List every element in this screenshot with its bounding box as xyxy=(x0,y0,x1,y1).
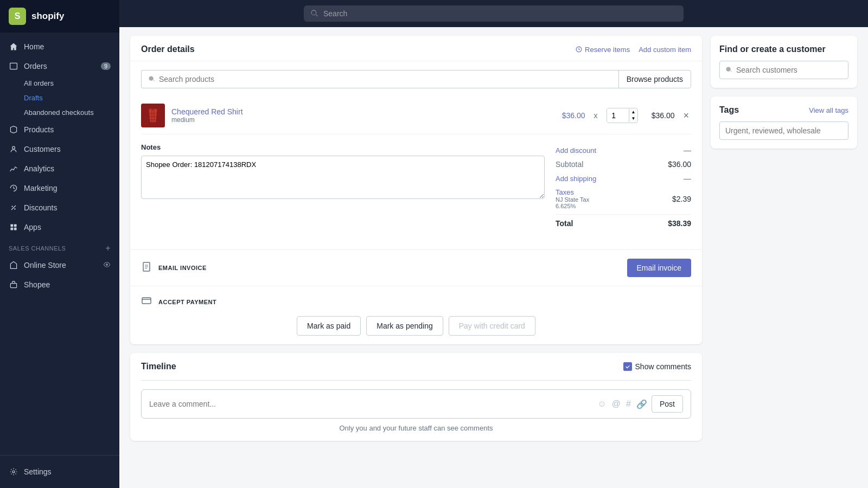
notes-label: Notes xyxy=(141,143,545,151)
sidebar-bottom: Settings xyxy=(0,455,119,488)
add-shipping-link[interactable]: Add shipping xyxy=(556,175,596,183)
taxes-link[interactable]: Taxes xyxy=(556,188,589,196)
marketing-icon xyxy=(9,183,18,193)
sidebar-item-shopee[interactable]: Shopee xyxy=(0,275,119,294)
post-comment-button[interactable]: Post xyxy=(652,395,683,413)
attachment-icon[interactable]: 🔗 xyxy=(636,399,647,409)
product-image xyxy=(141,104,165,127)
customer-search-input[interactable] xyxy=(736,66,843,74)
show-comments-checkbox[interactable] xyxy=(623,362,632,371)
analytics-icon xyxy=(9,164,18,174)
orders-icon xyxy=(9,61,18,71)
mention-icon[interactable]: @ xyxy=(612,399,621,409)
show-comments-toggle[interactable]: Show comments xyxy=(623,362,691,371)
product-info: Chequered Red Shirt medium xyxy=(171,107,556,124)
orders-label: Orders xyxy=(24,62,47,70)
svg-point-2 xyxy=(11,206,12,207)
subtotal-row: Subtotal $36.00 xyxy=(556,157,691,171)
total-label: Total xyxy=(556,219,573,228)
notes-textarea[interactable]: Shopee Order: 181207174138RDX xyxy=(141,156,545,199)
emoji-icon[interactable]: ☺ xyxy=(597,399,606,409)
settings-icon xyxy=(9,467,18,477)
pay-with-credit-card-button[interactable]: Pay with credit card xyxy=(449,316,535,336)
hashtag-icon[interactable]: # xyxy=(626,399,631,409)
sidebar-item-settings[interactable]: Settings xyxy=(0,462,119,481)
online-store-label: Online Store xyxy=(24,261,66,269)
invoice-icon xyxy=(141,261,152,275)
topbar xyxy=(119,0,868,27)
sidebar-item-apps[interactable]: Apps xyxy=(0,217,119,237)
add-channel-icon[interactable]: + xyxy=(105,243,111,253)
total-row: Total $38.39 xyxy=(556,214,691,232)
svg-rect-4 xyxy=(10,224,13,227)
email-invoice-button[interactable]: Email invoice xyxy=(627,259,691,277)
sidebar-item-discounts[interactable]: Discounts xyxy=(0,198,119,217)
tax-name: NJ State Tax xyxy=(556,196,589,203)
mark-as-paid-button[interactable]: Mark as paid xyxy=(297,316,361,336)
order-details-card: Order details Reserve items Add custom i… xyxy=(130,36,702,344)
products-label: Products xyxy=(24,125,54,134)
sidebar-item-orders[interactable]: Orders 9 xyxy=(0,56,119,76)
total-value: $38.39 xyxy=(668,219,691,228)
view-all-tags-link[interactable]: View all tags xyxy=(809,106,848,114)
comment-box: ☺ @ # 🔗 Post xyxy=(141,389,691,419)
add-discount-link[interactable]: Add discount xyxy=(556,146,596,155)
online-store-view-icon[interactable] xyxy=(103,261,111,270)
timeline-title: Timeline xyxy=(141,362,176,371)
sidebar-item-online-store[interactable]: Online Store xyxy=(0,255,119,275)
card-icon xyxy=(141,295,152,306)
sidebar-sub-drafts[interactable]: Drafts xyxy=(0,91,119,105)
main-wrapper: Order details Reserve items Add custom i… xyxy=(119,0,868,488)
quantity-field[interactable] xyxy=(607,108,629,123)
mark-as-pending-button[interactable]: Mark as pending xyxy=(366,316,443,336)
browse-products-button[interactable]: Browse products xyxy=(618,70,691,88)
find-customer-title: Find or create a customer xyxy=(711,36,857,61)
customers-icon xyxy=(9,144,18,154)
add-custom-item-label: Add custom item xyxy=(639,46,691,54)
customers-label: Customers xyxy=(24,145,61,153)
payment-header: ACCEPT PAYMENT xyxy=(141,295,691,309)
quantity-down-button[interactable]: ▼ xyxy=(629,115,638,122)
order-actions: Reserve items Add custom item xyxy=(575,46,691,54)
product-name[interactable]: Chequered Red Shirt xyxy=(171,107,556,116)
accept-payment-label: ACCEPT PAYMENT xyxy=(158,299,216,305)
payment-buttons: Mark as paid Mark as pending Pay with cr… xyxy=(141,316,691,336)
order-details-title: Order details xyxy=(141,44,195,54)
global-search-bar xyxy=(304,5,684,22)
tags-input[interactable] xyxy=(719,121,848,140)
find-customer-card: Find or create a customer xyxy=(711,36,857,88)
show-comments-label: Show comments xyxy=(635,362,691,371)
side-column: Find or create a customer Tags View all … xyxy=(711,36,857,479)
document-icon xyxy=(141,261,152,272)
subtotal-value: $36.00 xyxy=(668,160,691,169)
comment-note: Only you and your future staff can see c… xyxy=(141,424,691,432)
product-search-input[interactable] xyxy=(159,75,612,84)
credit-card-icon xyxy=(141,295,152,309)
tax-rate: 6.625% xyxy=(556,203,589,209)
reserve-items-link[interactable]: Reserve items xyxy=(575,46,630,54)
tags-card: Tags View all tags xyxy=(711,97,857,149)
sidebar: S shopify Home Orders 9 All orders Draft… xyxy=(0,0,119,488)
home-label: Home xyxy=(24,42,44,51)
sidebar-sub-abandoned[interactable]: Abandoned checkouts xyxy=(0,105,119,120)
add-custom-item-link[interactable]: Add custom item xyxy=(639,46,691,54)
sidebar-sub-all-orders[interactable]: All orders xyxy=(0,76,119,91)
quantity-up-button[interactable]: ▲ xyxy=(629,109,638,115)
svg-point-1 xyxy=(12,146,15,149)
global-search-input[interactable] xyxy=(323,9,677,18)
home-icon xyxy=(9,42,18,52)
shopify-logo: S xyxy=(9,8,26,25)
quantity-input[interactable]: ▲ ▼ xyxy=(607,108,639,123)
remove-product-button[interactable]: × xyxy=(681,108,691,124)
sales-channels-label: SALES CHANNELS + xyxy=(0,237,119,255)
sidebar-item-customers[interactable]: Customers xyxy=(0,139,119,159)
sidebar-item-marketing[interactable]: Marketing xyxy=(0,178,119,198)
comment-input[interactable] xyxy=(149,400,593,408)
shipping-row: Add shipping — xyxy=(556,171,691,185)
sidebar-item-products[interactable]: Products xyxy=(0,120,119,139)
tags-title: Tags xyxy=(719,105,739,115)
sidebar-item-home[interactable]: Home xyxy=(0,37,119,56)
discounts-icon xyxy=(9,203,18,213)
sidebar-item-analytics[interactable]: Analytics xyxy=(0,159,119,178)
svg-rect-0 xyxy=(10,63,17,69)
